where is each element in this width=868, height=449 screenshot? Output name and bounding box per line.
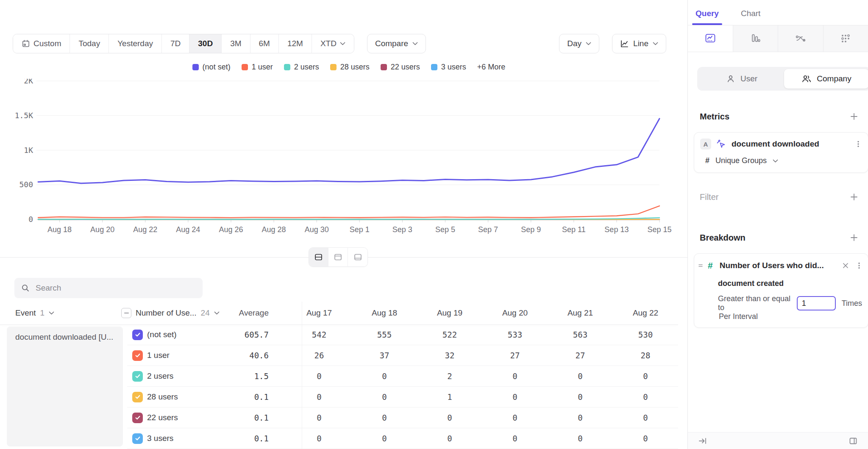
legend-label: 28 users — [340, 63, 370, 72]
cell-value: 1 — [417, 392, 482, 402]
breakdown-condition[interactable]: Greater than or equal to — [718, 294, 791, 312]
times-value-input[interactable] — [797, 296, 836, 310]
measure-label[interactable]: Unique Groups — [715, 156, 767, 165]
legend-label: 22 users — [391, 63, 420, 72]
scope-company[interactable]: Company — [784, 69, 868, 89]
breakdown-title: Breakdown — [700, 233, 746, 243]
chevron-down-icon — [49, 311, 54, 315]
scope-user[interactable]: User — [699, 69, 784, 89]
event-count: 1 — [40, 308, 45, 318]
breakdown-card[interactable]: # Number of Users who did... document cr… — [694, 253, 868, 328]
select-all-checkbox[interactable] — [121, 308, 131, 318]
add-breakdown-button[interactable] — [849, 232, 860, 243]
cell-value: 0 — [287, 434, 352, 443]
date-range-7d[interactable]: 7D — [162, 34, 189, 53]
chart-type-more-charts[interactable] — [823, 25, 868, 52]
date-range-custom[interactable]: Custom — [13, 34, 70, 53]
series-checkbox[interactable] — [132, 392, 143, 402]
legend-more[interactable]: +6 More — [477, 63, 506, 72]
event-column-header[interactable]: Event 1 — [0, 308, 116, 318]
legend-label: 1 user — [252, 63, 273, 72]
chart-style-button[interactable]: Line — [612, 34, 666, 53]
panel-footer — [688, 432, 868, 449]
filter-section-header: Filter — [700, 191, 860, 202]
filter-title: Filter — [700, 192, 718, 202]
tab-query[interactable]: Query — [693, 8, 721, 25]
legend-swatch — [242, 64, 248, 70]
x-axis-label: Sep 13 — [604, 225, 629, 234]
series-line--not-set-[interactable] — [38, 119, 659, 183]
collapse-panel-icon[interactable] — [697, 435, 708, 446]
breakdown-kebab-icon[interactable] — [854, 261, 864, 270]
cell-value: 26 — [287, 351, 352, 360]
metric-card[interactable]: A document downloaded # Unique Groups — [694, 132, 868, 173]
date-range-30d[interactable]: 30D — [189, 34, 222, 53]
date-range-today[interactable]: Today — [70, 34, 109, 53]
chart-legend: (not set)1 user2 users28 users22 users3 … — [38, 63, 659, 72]
legend-label: (not set) — [203, 63, 231, 72]
legend-item[interactable]: 2 users — [284, 63, 319, 72]
split-panel-icon[interactable] — [848, 435, 859, 446]
chart-type-bar-chart[interactable] — [733, 25, 779, 52]
series-checkbox[interactable] — [132, 350, 143, 361]
legend-item[interactable]: 28 users — [330, 63, 370, 72]
series-header-label[interactable]: Number of Use... — [136, 308, 197, 318]
search-input[interactable] — [35, 283, 196, 293]
x-axis-label: Aug 22 — [133, 225, 157, 234]
chart-type-selector — [688, 25, 868, 52]
table-row: 1 user40.6263732272728 — [127, 345, 678, 366]
drag-handle-icon[interactable] — [698, 263, 704, 269]
date-range-6m[interactable]: 6M — [250, 34, 279, 53]
series-label: 3 users — [147, 434, 173, 443]
add-filter-button[interactable] — [849, 191, 860, 202]
series-checkbox[interactable] — [132, 330, 143, 340]
add-metric-button[interactable] — [849, 111, 860, 122]
legend-swatch — [381, 64, 387, 70]
calendar-icon — [22, 39, 30, 48]
date-column-headers: Aug 17Aug 18Aug 19Aug 20Aug 21Aug 22 — [275, 308, 678, 318]
series-checkbox[interactable] — [132, 413, 143, 423]
compare-button[interactable]: Compare — [367, 34, 426, 53]
granularity-button[interactable]: Day — [559, 34, 599, 53]
y-axis-label: 500 — [19, 180, 33, 189]
legend-item[interactable]: 1 user — [242, 63, 273, 72]
breakdown-event[interactable]: document created — [718, 279, 784, 288]
date-range-3m[interactable]: 3M — [222, 34, 250, 53]
legend-swatch — [284, 64, 290, 70]
chart-style-label: Line — [633, 39, 648, 48]
cell-value: 0 — [548, 413, 613, 422]
chart-type-flow-chart[interactable] — [778, 25, 823, 52]
metric-kebab-icon[interactable] — [854, 139, 863, 149]
event-header-label: Event — [15, 308, 36, 318]
x-axis-label: Aug 28 — [262, 225, 286, 234]
legend-swatch — [192, 64, 199, 70]
series-line-1-user[interactable] — [38, 206, 659, 218]
series-count: 24 — [201, 308, 210, 318]
cell-value: 542 — [287, 330, 352, 339]
chart-type-line-chart[interactable] — [688, 25, 733, 52]
analytics-app: { "toolbar": { "date_ranges": ["Custom",… — [0, 0, 868, 449]
breakdown-section-header: Breakdown — [700, 232, 860, 243]
y-axis-label: 2K — [24, 79, 33, 85]
date-range-yesterday[interactable]: Yesterday — [109, 34, 162, 53]
legend-item[interactable]: 22 users — [381, 63, 420, 72]
layout-toggle-group — [309, 247, 368, 267]
cell-value: 563 — [548, 330, 613, 339]
y-axis-label: 1.5K — [15, 111, 33, 120]
series-checkbox[interactable] — [132, 371, 143, 382]
layout-split-view-button[interactable] — [309, 248, 328, 266]
series-cell: 1 user40.6 — [127, 350, 275, 361]
date-range-12m[interactable]: 12M — [279, 34, 312, 53]
breakdown-interval[interactable]: Per Interval — [719, 312, 758, 321]
user-icon — [726, 74, 735, 83]
legend-item[interactable]: 3 users — [431, 63, 466, 72]
legend-item[interactable]: (not set) — [192, 63, 231, 72]
event-cell[interactable]: document downloaded [U... — [7, 327, 123, 446]
series-checkbox[interactable] — [132, 433, 143, 444]
layout-chart-only-button[interactable] — [328, 248, 348, 266]
cell-value: 555 — [352, 330, 417, 339]
layout-table-only-button[interactable] — [348, 248, 367, 266]
tab-chart[interactable]: Chart — [738, 8, 763, 25]
close-icon[interactable] — [841, 261, 850, 270]
date-range-xtd[interactable]: XTD — [312, 34, 354, 53]
